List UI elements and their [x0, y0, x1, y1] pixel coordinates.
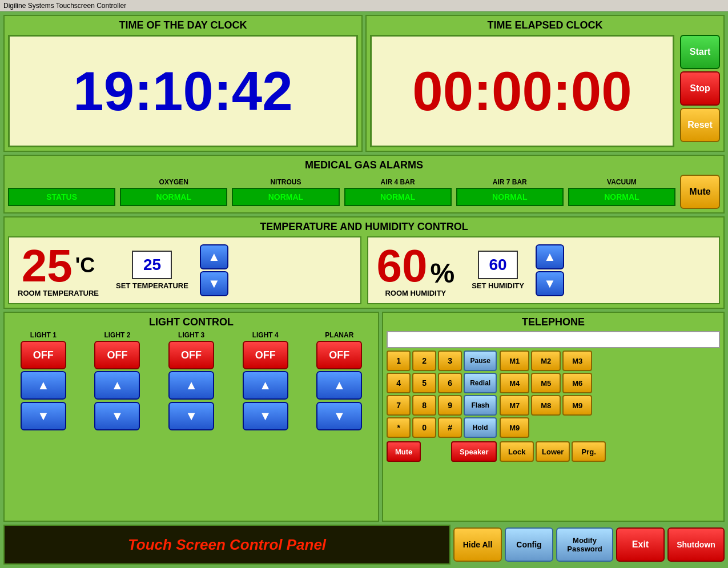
light-planar-down-button[interactable]: ▼ — [316, 402, 362, 430]
keypad-5[interactable]: 5 — [412, 373, 436, 393]
keypad-4[interactable]: 4 — [387, 373, 411, 393]
memory-m6[interactable]: M6 — [562, 373, 592, 393]
light-1-up-button[interactable]: ▲ — [21, 371, 66, 400]
humidity-section: 60 % ROOM HUMIDITY 60 SET HUMIDITY ▲ ▼ — [367, 236, 721, 304]
alarms-mute-button[interactable]: Mute — [680, 175, 720, 209]
light-item-3: LIGHT 3 OFF ▲ ▼ — [168, 331, 214, 430]
light-4-off-button[interactable]: OFF — [243, 341, 288, 369]
humidity-unit: % — [430, 257, 455, 289]
keypad-star[interactable]: * — [387, 417, 411, 438]
set-humidity-group: 60 SET HUMIDITY — [472, 251, 524, 290]
keypad-8[interactable]: 8 — [412, 395, 436, 416]
light-control-panel: LIGHT CONTROL LIGHT 1 OFF ▲ ▼ LIGHT 2 OF… — [3, 312, 379, 522]
set-humidity-value: 60 — [478, 251, 518, 279]
temp-up-button[interactable]: ▲ — [200, 244, 228, 269]
light-3-off-button[interactable]: OFF — [168, 341, 214, 369]
tel-wrapper: 1 2 3 Pause 4 5 6 Redial 7 — [387, 331, 720, 462]
humidity-label: ROOM HUMIDITY — [385, 289, 446, 297]
keypad-redial[interactable]: Redial — [464, 373, 497, 393]
memory-m8[interactable]: M8 — [531, 395, 561, 416]
light-item-1: LIGHT 1 OFF ▲ ▼ — [21, 331, 66, 430]
clock-buttons: Start Stop Reset — [680, 35, 720, 147]
stop-button[interactable]: Stop — [680, 71, 720, 106]
light-4-updown: ▲ ▼ — [243, 371, 288, 430]
humidity-down-button[interactable]: ▼ — [536, 271, 564, 296]
hide-all-button[interactable]: Hide All — [453, 527, 502, 562]
set-temp-value: 25 — [132, 251, 172, 279]
alarm-oxygen-status: NORMAL — [120, 188, 227, 206]
light-2-off-button[interactable]: OFF — [94, 341, 140, 369]
light-3-label: LIGHT 3 — [178, 331, 204, 339]
temp-reading-row: 25 'C — [22, 243, 95, 289]
set-temp-label: SET TEMPERATURE — [116, 281, 188, 290]
keypad-3[interactable]: 3 — [438, 351, 462, 371]
reset-button[interactable]: Reset — [680, 108, 720, 142]
tel-display-input[interactable] — [387, 331, 720, 348]
keypad-0[interactable]: 0 — [412, 417, 436, 438]
light-2-down-button[interactable]: ▼ — [94, 402, 140, 430]
light-3-up-button[interactable]: ▲ — [168, 371, 214, 400]
config-button[interactable]: Config — [505, 527, 553, 562]
keypad-2[interactable]: 2 — [412, 351, 436, 371]
keypad-7[interactable]: 7 — [387, 395, 411, 416]
keypad-row-4: * 0 # Hold — [387, 417, 497, 438]
keypad-1[interactable]: 1 — [387, 351, 411, 371]
tel-speaker-button[interactable]: Speaker — [451, 441, 497, 462]
tel-lock-button[interactable]: Lock — [500, 441, 534, 462]
temp-humidity-content: 25 'C ROOM TEMPERATURE 25 SET TEMPERATUR… — [8, 236, 720, 304]
temp-inner: 25 'C ROOM TEMPERATURE — [18, 243, 99, 297]
memory-m9a[interactable]: M9 — [562, 395, 592, 416]
humidity-reading-row: 60 % — [377, 243, 455, 289]
telephone-title: TELEPHONE — [387, 316, 720, 328]
humidity-up-button[interactable]: ▲ — [536, 244, 564, 269]
alarm-label-nitrous: NITROUS — [270, 178, 301, 186]
light-1-off-button[interactable]: OFF — [21, 341, 66, 369]
light-2-up-button[interactable]: ▲ — [94, 371, 140, 400]
elapsed-display: 00:00:00 — [370, 35, 674, 147]
memory-m1[interactable]: M1 — [500, 351, 529, 371]
keypad-flash[interactable]: Flash — [464, 395, 497, 416]
memory-m7[interactable]: M7 — [500, 395, 529, 416]
exit-button[interactable]: Exit — [616, 527, 665, 562]
keypad-hold[interactable]: Hold — [464, 417, 497, 438]
memory-m2[interactable]: M2 — [531, 351, 561, 371]
light-item-4: LIGHT 4 OFF ▲ ▼ — [243, 331, 288, 430]
tel-action-row: Mute Speaker — [387, 441, 497, 462]
temp-down-button[interactable]: ▼ — [200, 271, 228, 296]
memory-m9b[interactable]: M9 — [500, 417, 529, 438]
alarm-air7bar-status: NORMAL — [456, 188, 564, 206]
keypad-pause[interactable]: Pause — [464, 351, 497, 371]
tel-lower-button[interactable]: Lower — [536, 441, 570, 462]
alarm-vacuum-status: NORMAL — [568, 188, 675, 206]
light-planar-up-button[interactable]: ▲ — [316, 371, 362, 400]
tel-mute-button[interactable]: Mute — [387, 441, 421, 462]
light-planar-label: PLANAR — [325, 331, 353, 339]
main-container: TIME OF THE DAY CLOCK 19:10:42 TIME ELAP… — [0, 11, 728, 568]
tel-keypad: 1 2 3 Pause 4 5 6 Redial 7 — [387, 351, 497, 462]
light-item-2: LIGHT 2 OFF ▲ ▼ — [94, 331, 140, 430]
light-3-down-button[interactable]: ▼ — [168, 402, 214, 430]
memory-m4[interactable]: M4 — [500, 373, 529, 393]
light-1-down-button[interactable]: ▼ — [21, 402, 66, 430]
temp-value: 25 — [22, 243, 73, 289]
start-button[interactable]: Start — [680, 35, 720, 69]
memory-m3[interactable]: M3 — [562, 351, 592, 371]
alarm-item-vacuum: VACUUM NORMAL — [568, 178, 675, 206]
elapsed-value: 00:00:00 — [412, 60, 632, 123]
light-4-down-button[interactable]: ▼ — [243, 402, 288, 430]
light-4-up-button[interactable]: ▲ — [243, 371, 288, 400]
modify-password-button[interactable]: Modify Password — [556, 527, 613, 562]
alarm-item-air4bar: AIR 4 BAR NORMAL — [344, 178, 452, 206]
keypad-9[interactable]: 9 — [438, 395, 462, 416]
alarm-label-air4bar: AIR 4 BAR — [381, 178, 415, 186]
tel-prg-button[interactable]: Prg. — [572, 441, 606, 462]
alarm-item-status: STATUS — [8, 178, 115, 206]
light-tel-row: LIGHT CONTROL LIGHT 1 OFF ▲ ▼ LIGHT 2 OF… — [3, 312, 725, 522]
keypad-6[interactable]: 6 — [438, 373, 462, 393]
shutdown-button[interactable]: Shutdown — [667, 527, 725, 562]
light-planar-off-button[interactable]: OFF — [316, 341, 362, 369]
memory-m5[interactable]: M5 — [531, 373, 561, 393]
keypad-hash[interactable]: # — [438, 417, 462, 438]
time-of-day-display: 19:10:42 — [8, 35, 358, 147]
humidity-value: 60 — [377, 243, 428, 289]
